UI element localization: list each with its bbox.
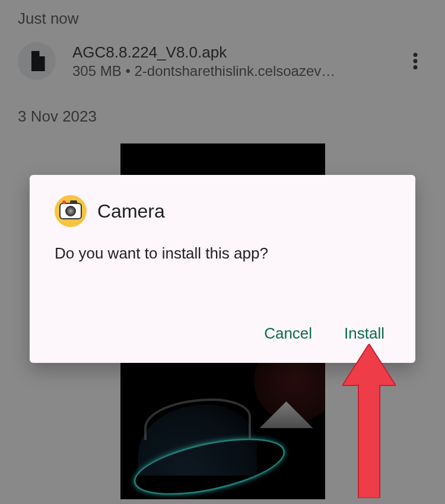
dialog-header: Camera xyxy=(55,195,390,227)
dialog-message: Do you want to install this app? xyxy=(55,243,390,264)
camera-app-icon xyxy=(55,195,87,227)
annotation-arrow-icon xyxy=(342,344,396,498)
install-dialog: Camera Do you want to install this app? … xyxy=(30,175,415,363)
cancel-button[interactable]: Cancel xyxy=(262,321,314,346)
dialog-title: Camera xyxy=(97,200,165,222)
dialog-actions: Cancel Install xyxy=(55,321,390,346)
install-button[interactable]: Install xyxy=(342,321,387,346)
